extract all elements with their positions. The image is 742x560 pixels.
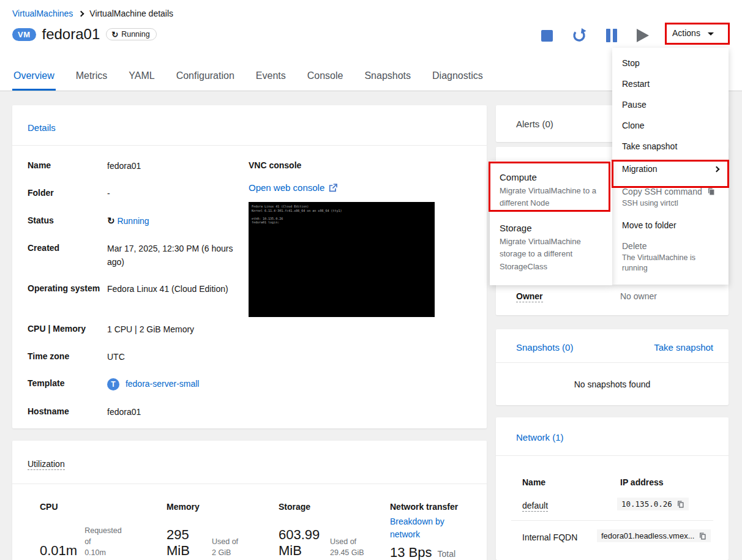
metric-cpu: CPU 0.01m Requested of 0.10m [40, 502, 129, 558]
metric-network-sub1: Total [438, 548, 456, 560]
details-card-title-link[interactable]: Details [28, 122, 56, 133]
compute-desc: Migrate VirtualMachine to a different No… [500, 185, 605, 209]
breadcrumb: VirtualMachines VirtualMachine details [12, 9, 173, 18]
detail-row-name: Name fedora01 [28, 160, 236, 173]
menu-item-stop[interactable]: Stop [612, 53, 729, 73]
stop-icon[interactable] [541, 30, 553, 42]
open-web-console-link[interactable]: Open web console [249, 182, 338, 193]
detail-label-name: Name [28, 160, 107, 173]
external-link-icon [328, 183, 338, 193]
tab-events[interactable]: Events [255, 64, 287, 91]
detail-value-os: Fedora Linux 41 (Cloud Edition) [107, 282, 236, 296]
menu-item-copy-ssh[interactable]: Copy SSH command SSH using virtctl [612, 181, 729, 215]
utilization-divider [12, 483, 487, 484]
tab-diagnostics[interactable]: Diagnostics [431, 64, 484, 91]
detail-label-hostname: Hostname [28, 406, 107, 419]
detail-label-folder: Folder [28, 188, 107, 200]
detail-label-timezone: Time zone [28, 351, 107, 364]
snapshots-divider [496, 362, 729, 363]
utilization-card: Utilization CPU 0.01m Requested of 0.10m… [12, 441, 487, 560]
copy-ssh-label: Copy SSH command [622, 187, 702, 196]
alerts-card-title[interactable]: Alerts (0) [516, 119, 553, 129]
metric-storage: Storage 603.99 MiB Used of 29.45 GiB [279, 502, 364, 558]
detail-label-created: Created [28, 243, 107, 269]
network-card-title-link[interactable]: Network (1) [516, 432, 564, 442]
vnc-console-section: VNC console Open web console Fedora Linu… [249, 160, 457, 317]
metric-storage-value: 603.99 MiB [279, 527, 326, 558]
network-card: Network (1) Name IP address default 10.1… [496, 417, 729, 560]
metric-memory-sub2: 2 GiB [212, 548, 231, 557]
menu-item-clone[interactable]: Clone [612, 115, 729, 136]
detail-label-os: Operating system [28, 283, 107, 296]
tab-configuration[interactable]: Configuration [175, 64, 236, 91]
ip-address-value: 10.135.0.26 [621, 499, 672, 509]
status-badge[interactable]: ↻ Running [106, 28, 156, 40]
copy-ssh-desc: SSH using virtctl [622, 198, 719, 209]
vnc-console-title: VNC console [249, 160, 457, 170]
network-row-divider [511, 520, 713, 521]
detail-value-folder: - [107, 187, 236, 200]
tab-console[interactable]: Console [306, 64, 345, 91]
network-col-ip: IP address [620, 477, 664, 487]
menu-item-migration[interactable]: Migration [612, 157, 729, 181]
menu-item-restart[interactable]: Restart [612, 73, 729, 94]
tab-yaml[interactable]: YAML [127, 64, 156, 91]
metric-memory: Memory 295 MiB Used of 2 GiB [167, 502, 238, 558]
copy-ip-icon[interactable] [676, 500, 684, 509]
take-snapshot-link[interactable]: Take snapshot [654, 342, 713, 353]
restart-icon[interactable] [572, 28, 586, 43]
metric-memory-name: Memory [167, 502, 238, 512]
metric-network-value: 13 Bps [390, 545, 432, 560]
breakdown-by-network-link[interactable]: Breakdown by network [390, 515, 457, 541]
metric-cpu-name: CPU [40, 502, 129, 512]
snapshots-card-title-link[interactable]: Snapshots (0) [516, 342, 573, 353]
play-icon[interactable] [637, 29, 649, 42]
tab-metrics[interactable]: Metrics [75, 64, 109, 91]
fqdn-row-value: fedora01.headless.vmex... [597, 529, 711, 542]
detail-value-cpu-memory: 1 CPU | 2 GiB Memory [107, 323, 236, 336]
status-running-link[interactable]: Running [117, 216, 149, 226]
fqdn-value: fedora01.headless.vmex... [601, 531, 694, 540]
migration-label: Migration [622, 164, 658, 174]
detail-label-template: Template [28, 378, 107, 390]
tab-bar: Overview Metrics YAML Configuration Even… [12, 64, 484, 91]
vm-details-page: VirtualMachines VirtualMachine details V… [0, 0, 742, 560]
fqdn-label: Internal FQDN [522, 532, 577, 542]
ip-address-chip: 10.135.0.26 [617, 498, 689, 510]
sync-icon: ↻ [111, 31, 118, 39]
detail-row-timezone: Time zone UTC [28, 351, 236, 364]
menu-item-take-snapshot[interactable]: Take snapshot [612, 136, 729, 157]
delete-label: Delete [622, 241, 719, 251]
network-row-name: default [522, 501, 548, 510]
detail-value-timezone: UTC [107, 350, 236, 364]
tab-snapshots[interactable]: Snapshots [363, 64, 412, 91]
pause-icon[interactable] [606, 29, 617, 42]
breadcrumb-virtualmachines-link[interactable]: VirtualMachines [12, 9, 73, 18]
storage-label: Storage [500, 223, 602, 233]
vnc-console-text: Fedora Linux 41 (Cloud Edition) Kernel 6… [252, 204, 432, 225]
vm-kind-badge: VM [12, 28, 36, 41]
details-card: Details Name fedora01 Folder - Status ↻ … [12, 105, 487, 428]
submenu-item-storage[interactable]: Storage Migrate VirtualMachine storage t… [490, 217, 612, 280]
detail-label-cpu-memory: CPU | Memory [28, 324, 107, 336]
breadcrumb-current: VirtualMachine details [89, 9, 173, 18]
title-row: VM fedora01 ↻ Running [12, 26, 157, 43]
metric-storage-sub2: 29.45 GiB [330, 548, 364, 557]
menu-item-pause[interactable]: Pause [612, 94, 729, 115]
copy-fqdn-icon[interactable] [699, 532, 706, 540]
detail-row-folder: Folder - [28, 188, 236, 200]
actions-dropdown-button[interactable]: Actions [672, 28, 714, 38]
detail-row-cpu-memory: CPU | Memory 1 CPU | 2 GiB Memory [28, 324, 236, 336]
submenu-item-compute[interactable]: Compute Migrate VirtualMachine to a diff… [490, 166, 612, 217]
submenu-chevron-icon [714, 166, 720, 172]
template-link[interactable]: fedora-server-small [126, 379, 200, 389]
metric-memory-sub1: Used of [212, 537, 238, 546]
metric-storage-sub1: Used of [330, 537, 356, 546]
network-divider [496, 455, 729, 456]
vnc-screen[interactable]: Fedora Linux 41 (Cloud Edition) Kernel 6… [249, 202, 435, 317]
owner-label: Owner [516, 291, 543, 302]
tab-overview[interactable]: Overview [12, 64, 56, 91]
actions-button-label: Actions [672, 28, 700, 38]
menu-item-move-to-folder[interactable]: Move to folder [612, 215, 729, 236]
menu-item-delete: Delete The VirtualMachine is running [612, 236, 729, 280]
